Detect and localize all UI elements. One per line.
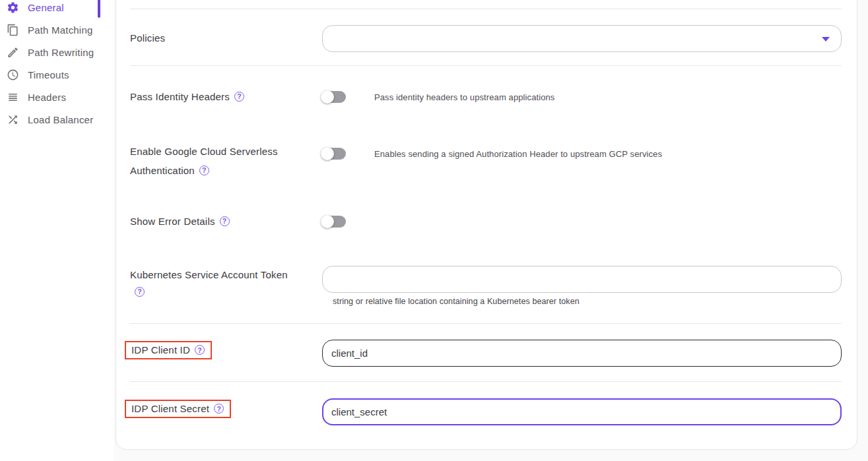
headline-icon <box>7 91 19 104</box>
sidebar-item-headers[interactable]: Headers <box>0 86 114 108</box>
section-divider <box>130 9 842 9</box>
section-divider <box>130 323 842 324</box>
help-icon[interactable] <box>199 166 209 175</box>
gcp-serverless-auth-toggle[interactable] <box>322 147 346 160</box>
help-icon[interactable] <box>234 92 244 102</box>
pass-identity-headers-description: Pass identity headers to upstream applic… <box>374 92 554 102</box>
sidebar-active-indicator <box>98 0 100 18</box>
clock-icon <box>7 69 19 81</box>
toggle-knob <box>321 90 334 104</box>
sidebar-item-label: Path Matching <box>28 24 93 36</box>
settings-sidebar: General Path Matching Path Rewriting Tim… <box>0 0 114 461</box>
policies-label-text: Policies <box>130 32 165 44</box>
gcp-serverless-auth-label: Enable Google Cloud Serverless Authentic… <box>130 142 307 180</box>
idp-client-secret-annotation-box: IDP Client Secret <box>125 400 231 418</box>
show-error-details-label-text: Show Error Details <box>130 216 215 227</box>
sidebar-nav: General Path Matching Path Rewriting Tim… <box>0 0 114 131</box>
section-divider <box>130 65 842 66</box>
help-icon[interactable] <box>135 287 145 297</box>
sidebar-item-label: Load Balancer <box>28 114 93 125</box>
toggle-knob <box>321 147 334 160</box>
sidebar-item-label: Timeouts <box>28 69 69 80</box>
section-divider <box>130 381 842 382</box>
idp-client-secret-label: IDP Client Secret <box>131 403 209 414</box>
help-icon[interactable] <box>214 404 224 414</box>
sidebar-item-path-matching[interactable]: Path Matching <box>0 18 114 41</box>
sidebar-item-load-balancer[interactable]: Load Balancer <box>0 108 114 131</box>
sidebar-item-path-rewriting[interactable]: Path Rewriting <box>0 41 114 63</box>
shuffle-icon <box>7 113 19 126</box>
sidebar-item-timeouts[interactable]: Timeouts <box>0 63 114 86</box>
idp-client-id-annotation-box: IDP Client ID <box>125 341 212 359</box>
k8s-token-input[interactable] <box>322 266 842 293</box>
pass-identity-headers-toggle[interactable] <box>322 90 346 104</box>
show-error-details-toggle[interactable] <box>322 215 346 228</box>
k8s-token-label-text: Kubernetes Service Account Token <box>130 269 288 280</box>
pass-identity-headers-label-text: Pass Identity Headers <box>130 91 230 102</box>
k8s-token-label: Kubernetes Service Account Token <box>130 266 288 301</box>
help-icon[interactable] <box>195 345 205 355</box>
k8s-token-helper-text: string or relative file location contain… <box>333 297 580 306</box>
show-error-details-label: Show Error Details <box>130 212 307 231</box>
sidebar-item-label: Headers <box>28 92 66 103</box>
gear-icon <box>7 1 19 14</box>
idp-client-id-input[interactable] <box>322 340 842 367</box>
policies-select[interactable] <box>322 25 842 52</box>
sidebar-item-label: Path Rewriting <box>28 47 94 58</box>
toggle-knob <box>321 215 334 228</box>
pencil-icon <box>7 46 19 59</box>
copy-icon <box>7 24 19 36</box>
sidebar-item-label: General <box>28 2 64 13</box>
pass-identity-headers-label: Pass Identity Headers <box>130 87 307 106</box>
route-settings-page: General Path Matching Path Rewriting Tim… <box>0 0 868 461</box>
gcp-serverless-auth-description: Enables sending a signed Authorization H… <box>374 149 662 159</box>
chevron-down-icon <box>822 37 830 42</box>
policies-label: Policies <box>130 28 307 47</box>
idp-client-secret-input[interactable] <box>322 398 842 425</box>
idp-client-id-label: IDP Client ID <box>131 344 190 355</box>
help-icon[interactable] <box>220 216 230 226</box>
